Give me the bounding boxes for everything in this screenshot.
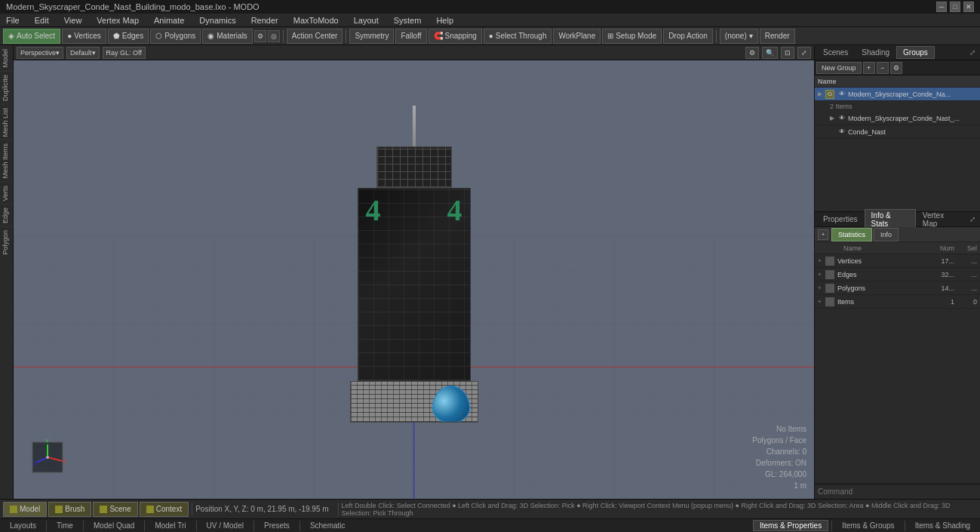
drop-action-button[interactable]: Drop Action bbox=[663, 29, 713, 44]
menu-view[interactable]: View bbox=[61, 15, 85, 26]
properties-expand-button[interactable]: ⤢ bbox=[966, 215, 978, 223]
groups-settings-button[interactable]: ⚙ bbox=[890, 62, 902, 74]
mode-brush-button[interactable]: Brush bbox=[48, 502, 91, 517]
action-center-button[interactable]: Action Center bbox=[287, 29, 343, 44]
tool-polygon[interactable]: Polygon bbox=[0, 226, 13, 258]
workplane-button[interactable]: WorkPlane bbox=[553, 29, 601, 44]
stats-tab-info[interactable]: Info bbox=[874, 228, 899, 241]
select-through-button[interactable]: ● Select Through bbox=[484, 29, 552, 44]
group-item-root[interactable]: ▶ G 👁 Modern_Skyscraper_Conde_Na... bbox=[815, 88, 980, 101]
3d-viewport[interactable]: 4 4 No Items Polygons / Face Channels: 0… bbox=[14, 60, 814, 499]
ray-gl-button[interactable]: Ray GL: Off bbox=[103, 47, 146, 59]
mode-scene-button[interactable]: Scene bbox=[93, 502, 137, 517]
expand-vertices[interactable]: + bbox=[818, 257, 825, 264]
maximize-button[interactable]: □ bbox=[950, 2, 960, 12]
status-bar: Model Brush Scene Context Position X, Y,… bbox=[0, 499, 980, 518]
menu-render[interactable]: Render bbox=[248, 15, 281, 26]
menu-edit[interactable]: Edit bbox=[32, 15, 52, 26]
tool-duplicate[interactable]: DuplicIte bbox=[0, 71, 13, 104]
tab-properties[interactable]: Properties bbox=[816, 213, 865, 226]
vertices-button[interactable]: ● Vertices bbox=[62, 29, 106, 44]
tool-mesh-list[interactable]: Mesh List bbox=[0, 104, 13, 140]
materials-button[interactable]: ◉ Materials bbox=[202, 29, 253, 44]
expand-icon-sub1[interactable]: ▶ bbox=[830, 115, 837, 121]
menu-layout[interactable]: Layout bbox=[351, 15, 382, 26]
title-bar-text: Modern_Skyscraper_Conde_Nast_Building_mo… bbox=[6, 2, 260, 11]
menu-vertexmap[interactable]: Vertex Map bbox=[94, 15, 142, 26]
tab-scenes[interactable]: Scenes bbox=[816, 46, 855, 59]
tool-icon-2[interactable]: ◎ bbox=[268, 30, 280, 42]
minimize-button[interactable]: ─ bbox=[936, 2, 947, 12]
snapping-button[interactable]: 🧲 Snapping bbox=[429, 29, 482, 44]
menu-help[interactable]: Help bbox=[433, 15, 456, 26]
command-input[interactable] bbox=[815, 484, 980, 499]
btab-items-properties[interactable]: Items & Properties bbox=[753, 520, 828, 531]
stats-add-button[interactable]: + bbox=[818, 229, 828, 240]
symmetry-button[interactable]: Symmetry bbox=[349, 29, 394, 44]
menu-file[interactable]: File bbox=[3, 15, 23, 26]
title-bar-controls[interactable]: ─ □ ✕ bbox=[936, 2, 974, 12]
expand-items[interactable]: + bbox=[818, 298, 825, 305]
check-items[interactable] bbox=[825, 297, 834, 306]
label-items: Items bbox=[837, 298, 924, 306]
tool-icon-1[interactable]: ⚙ bbox=[254, 30, 266, 42]
group-sub-item-1[interactable]: ▶ 👁 Modern_Skyscraper_Conde_Nast_... bbox=[815, 112, 980, 125]
context-mode-icon bbox=[146, 506, 154, 513]
stats-tab-statistics[interactable]: Statistics bbox=[831, 228, 872, 241]
viewport-zoom-button[interactable]: 🔍 bbox=[762, 47, 778, 59]
check-vertices[interactable] bbox=[825, 257, 834, 266]
eye-icon[interactable]: 👁 bbox=[837, 90, 846, 99]
btab-presets[interactable]: Presets bbox=[257, 520, 296, 531]
edges-button[interactable]: ⬟ Edges bbox=[108, 29, 149, 44]
viewport-layout-button[interactable]: Default ▾ bbox=[66, 47, 100, 59]
expand-polygons[interactable]: + bbox=[818, 284, 825, 291]
check-edges[interactable] bbox=[825, 270, 834, 279]
tab-shading[interactable]: Shading bbox=[855, 46, 896, 59]
tab-groups[interactable]: Groups bbox=[896, 46, 935, 59]
menu-dynamics[interactable]: Dynamics bbox=[196, 15, 238, 26]
info-deformers: Deformers: ON bbox=[752, 457, 806, 469]
tool-verts[interactable]: Verts bbox=[0, 182, 13, 204]
mode-model-button[interactable]: Model bbox=[3, 502, 47, 517]
check-polygons[interactable] bbox=[825, 284, 834, 293]
btab-model-quad[interactable]: Model Quad bbox=[87, 520, 141, 531]
btab-sep-2 bbox=[83, 521, 84, 531]
num-items: 1 bbox=[924, 298, 954, 306]
setup-mode-button[interactable]: ⊞ Setup Mode bbox=[602, 29, 662, 44]
close-button[interactable]: ✕ bbox=[963, 2, 974, 12]
panel-expand-button[interactable]: ⤢ bbox=[966, 48, 978, 57]
tool-model[interactable]: Model bbox=[0, 45, 13, 71]
viewport-expand-button[interactable]: ⤢ bbox=[797, 47, 811, 59]
materials-icon: ◉ bbox=[207, 32, 214, 40]
preset-dropdown[interactable]: (none) ▾ bbox=[720, 29, 758, 44]
btab-uv-model[interactable]: UV / Model bbox=[200, 520, 250, 531]
btab-time[interactable]: Time bbox=[50, 520, 80, 531]
eye-icon-sub1[interactable]: 👁 bbox=[837, 114, 846, 123]
btab-schematic[interactable]: Schematic bbox=[303, 520, 352, 531]
viewport-settings-button[interactable]: ⚙ bbox=[745, 47, 759, 59]
menu-animate[interactable]: Animate bbox=[151, 15, 187, 26]
tool-edge[interactable]: Edge bbox=[0, 204, 13, 226]
menu-system[interactable]: System bbox=[391, 15, 425, 26]
expand-edges[interactable]: + bbox=[818, 271, 825, 278]
expand-icon[interactable]: ▶ bbox=[818, 91, 825, 97]
polygons-button[interactable]: ⬡ Polygons bbox=[150, 29, 201, 44]
viewport-fit-button[interactable]: ⊡ bbox=[781, 47, 794, 59]
render-button[interactable]: Render bbox=[760, 29, 795, 44]
btab-items-shading[interactable]: Items & Shading bbox=[908, 520, 977, 531]
info-polygons: Polygons / Face bbox=[752, 435, 806, 446]
tool-mesh-items[interactable]: Mesh Items bbox=[0, 140, 13, 182]
btab-model-tri[interactable]: Model Tri bbox=[148, 520, 192, 531]
viewport-mode-button[interactable]: Perspective ▾ bbox=[17, 47, 63, 59]
mode-context-button[interactable]: Context bbox=[140, 502, 189, 517]
groups-add-button[interactable]: + bbox=[863, 62, 875, 74]
new-group-button[interactable]: New Group bbox=[816, 62, 862, 74]
auto-select-button[interactable]: ◈ Auto Select bbox=[3, 29, 60, 44]
group-sub-item-2[interactable]: 👁 Conde_Nast bbox=[815, 125, 980, 139]
btab-layouts[interactable]: Layouts bbox=[3, 520, 43, 531]
btab-items-groups[interactable]: Items & Groups bbox=[835, 520, 901, 531]
groups-remove-button[interactable]: − bbox=[877, 62, 889, 74]
menu-maxtomodo[interactable]: MaxToModo bbox=[290, 15, 342, 26]
falloff-button[interactable]: Falloff bbox=[395, 29, 426, 44]
eye-icon-sub2[interactable]: 👁 bbox=[837, 128, 846, 137]
